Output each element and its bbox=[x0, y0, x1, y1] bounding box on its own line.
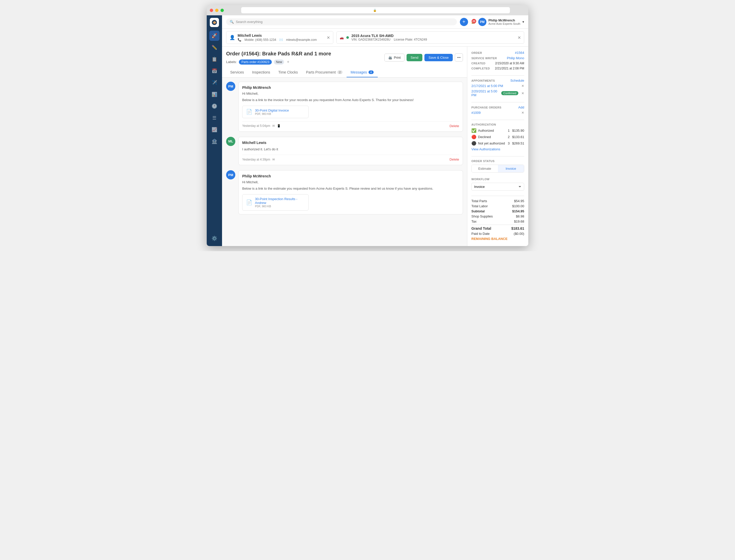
declined-count: 2 bbox=[508, 135, 510, 139]
vehicle-plate: License Plate: 4TCN249 bbox=[394, 38, 427, 41]
send-button[interactable]: Send bbox=[407, 54, 422, 61]
customer-icon: 👤 bbox=[229, 35, 235, 40]
estimate-status-btn[interactable]: Estimate bbox=[472, 165, 498, 172]
close-customer-btn[interactable]: ✕ bbox=[327, 35, 330, 40]
purchase-orders-header: PURCHASE ORDERS Add bbox=[471, 105, 524, 109]
created-date: 2/15/2020 at 9:30 AM bbox=[495, 62, 524, 65]
sidebar-item-send[interactable]: ✈️ bbox=[209, 78, 219, 88]
purchase-orders-section: PURCHASE ORDERS Add #1009 ✕ bbox=[471, 105, 524, 115]
tab-parts[interactable]: Parts Procurement 2 bbox=[302, 68, 347, 77]
message-card: Philip McWrench Hi Mitchell, Below is a … bbox=[238, 170, 463, 214]
minimize-window-btn[interactable] bbox=[215, 9, 218, 12]
tab-timeclocks[interactable]: Time Clocks bbox=[274, 68, 302, 77]
sidebar-item-settings[interactable]: ⚙️ bbox=[209, 233, 219, 244]
shop-supplies-row: Shop Supplies $8.98 bbox=[471, 214, 524, 218]
appointment-item: 2/20/2021 at 5:00 PM Confirmed ✕ bbox=[471, 89, 524, 97]
shop-supplies-label: Shop Supplies bbox=[471, 214, 493, 218]
attachment[interactable]: 📄 30-Point Inspection Results - Andrew P… bbox=[242, 194, 309, 211]
writer-row: SERVICE WRITER Philip Mono bbox=[471, 56, 524, 60]
top-actions: + 🔔 20 PM Philip McWrench Acme Auto Expe… bbox=[460, 18, 524, 26]
authorized-amount: $135.90 bbox=[512, 129, 524, 132]
sidebar-item-home[interactable]: 🚀 bbox=[209, 31, 219, 41]
sidebar-item-layers[interactable]: 📋 bbox=[209, 54, 219, 64]
grand-total-row: Grand Total $183.61 bbox=[471, 225, 524, 230]
notification-button[interactable]: 🔔 20 bbox=[471, 20, 475, 24]
authorized-count: 1 bbox=[508, 129, 510, 132]
completed-row: COMPLETED 2/21/2021 at 2:08 PM bbox=[471, 67, 524, 70]
parts-label-tag[interactable]: Parts order #100923 bbox=[239, 59, 272, 65]
email-icon: ✉️ bbox=[279, 38, 283, 42]
right-panel: ORDER #1564 SERVICE WRITER Philip Mono C… bbox=[467, 47, 528, 246]
delete-button[interactable]: Delete bbox=[449, 157, 459, 161]
fullscreen-window-btn[interactable] bbox=[221, 9, 224, 12]
user-name: Philip McWrench bbox=[488, 18, 520, 22]
attachment-info: 30-Point Inspection Results - Andrew PDF… bbox=[255, 197, 305, 208]
sidebar-item-menu[interactable]: ☰ bbox=[209, 113, 219, 123]
tab-inspections[interactable]: Inspections bbox=[248, 68, 274, 77]
writer-name: Philip Mono bbox=[507, 56, 524, 60]
attachment[interactable]: 📄 30-Point Digital Invoice PDF, 983 KB bbox=[242, 106, 309, 118]
workflow-select[interactable]: Invoice Estimate Completed bbox=[471, 183, 524, 191]
phone-icon: 📱 bbox=[277, 124, 281, 128]
add-label-btn[interactable]: ＋ bbox=[286, 59, 290, 65]
close-window-btn[interactable] bbox=[210, 9, 213, 12]
authorized-icon: ✅ bbox=[471, 128, 476, 133]
sidebar-item-chart[interactable]: 📈 bbox=[209, 125, 219, 135]
order-labels: Labels: Parts order #100923 New ＋ bbox=[226, 59, 331, 65]
po-link[interactable]: #1009 bbox=[471, 111, 481, 115]
customer-info: Mitchell Lewis 📞 Mobile: (408) 555-1234 … bbox=[238, 33, 324, 42]
auth-row-pending: ⚫ Not yet authorized 3 $269.51 bbox=[471, 141, 524, 146]
print-icon: 🖨️ bbox=[388, 56, 392, 59]
search-box[interactable]: 🔍 Search everything bbox=[226, 18, 457, 25]
delete-button[interactable]: Delete bbox=[449, 124, 459, 128]
order-label-text: Labels: bbox=[226, 60, 237, 64]
sidebar: 🐵 🚀 ✏️ 📋 📅 ✈️ 📊 🕐 ☰ 📈 🏦 ⚙️ bbox=[207, 15, 222, 246]
message-greeting: Hi Mitchell, bbox=[242, 180, 459, 184]
remove-appointment-btn[interactable]: ✕ bbox=[521, 91, 524, 95]
appointment-date: 2/17/2021 at 5:00 PM bbox=[471, 84, 518, 88]
sidebar-item-calendar[interactable]: 📅 bbox=[209, 66, 219, 76]
remove-appointment-btn[interactable]: ✕ bbox=[521, 84, 524, 88]
save-close-button[interactable]: Save & Close bbox=[424, 54, 453, 61]
tab-services[interactable]: Services bbox=[226, 68, 248, 77]
subtotal-row: Subtotal $154.95 bbox=[471, 209, 524, 213]
total-parts-row: Total Parts $54.95 bbox=[471, 199, 524, 203]
customer-bar: 👤 Mitchell Lewis 📞 Mobile: (408) 555-123… bbox=[222, 29, 528, 47]
messages-area: PM Philip McWrench Hi Mitchell, Below is… bbox=[222, 78, 467, 246]
pending-count: 3 bbox=[508, 141, 510, 145]
message-time: Yesterday at 5:04pm ✉ 📱 bbox=[242, 124, 281, 128]
tabs: Services Inspections Time Clocks Parts P… bbox=[222, 68, 467, 78]
order-header: Order (#1564): Brake Pads R&R and 1 more… bbox=[222, 47, 467, 65]
paid-value: ($0.00) bbox=[514, 232, 524, 236]
completed-label: COMPLETED bbox=[471, 67, 490, 70]
add-button[interactable]: + bbox=[460, 18, 468, 26]
vehicle-vin: VIN: GADI236872K234928U bbox=[351, 38, 390, 41]
message-author: Philip McWrench bbox=[242, 86, 459, 90]
close-vehicle-btn[interactable]: ✕ bbox=[518, 35, 521, 40]
po-item: #1009 ✕ bbox=[471, 111, 524, 115]
sidebar-item-edit[interactable]: ✏️ bbox=[209, 42, 219, 53]
invoice-status-btn[interactable]: Invoice bbox=[498, 165, 524, 172]
order-title: Order (#1564): Brake Pads R&R and 1 more bbox=[226, 51, 331, 57]
remove-po-btn[interactable]: ✕ bbox=[521, 111, 524, 115]
view-authorizations-link[interactable]: View Authorizations bbox=[471, 147, 524, 151]
attachment-size: PDF, 983 KB bbox=[255, 205, 305, 208]
schedule-button[interactable]: Schedule bbox=[510, 79, 524, 82]
print-button[interactable]: 🖨️ Print bbox=[384, 54, 405, 62]
sidebar-item-list[interactable]: 📊 bbox=[209, 89, 219, 100]
more-actions-button[interactable]: ••• bbox=[455, 53, 463, 62]
user-info[interactable]: PM Philip McWrench Acme Auto Experts Sou… bbox=[478, 18, 524, 26]
tab-messages[interactable]: Messages 4 bbox=[347, 68, 378, 77]
shop-supplies-value: $8.98 bbox=[516, 214, 524, 218]
pdf-icon: 📄 bbox=[246, 109, 252, 115]
sidebar-item-bank[interactable]: 🏦 bbox=[209, 136, 219, 147]
add-po-button[interactable]: Add bbox=[518, 105, 524, 109]
sidebar-item-clock[interactable]: 🕐 bbox=[209, 101, 219, 111]
totals-section: Total Parts $54.95 Total Labor $100.00 S… bbox=[471, 199, 524, 241]
total-parts-label: Total Parts bbox=[471, 199, 487, 203]
message-card: Mitchell Lewis I authorized it. Let's do… bbox=[238, 137, 463, 165]
message-item: ML Mitchell Lewis I authorized it. Let's… bbox=[226, 137, 463, 165]
message-author: Mitchell Lewis bbox=[242, 141, 459, 145]
new-label-tag[interactable]: New bbox=[274, 59, 284, 65]
declined-label: Declined bbox=[478, 135, 506, 139]
